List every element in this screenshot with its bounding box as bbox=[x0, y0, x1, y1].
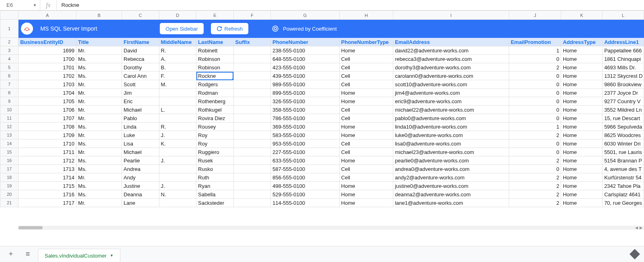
cell[interactable]: Home bbox=[561, 139, 603, 148]
cell[interactable]: Kurfürstenstr 54 bbox=[603, 173, 644, 182]
cell[interactable]: lisa0@adventure-works.com bbox=[393, 139, 509, 148]
cell[interactable]: 1714 bbox=[19, 173, 76, 182]
cell[interactable]: M. bbox=[159, 80, 196, 89]
cell[interactable]: 5966 Sepulveda bbox=[603, 123, 644, 131]
open-sidebar-button[interactable]: Open Sidebar bbox=[160, 23, 203, 34]
table-header-cell[interactable]: AddressLine1 bbox=[603, 38, 644, 46]
cell[interactable]: J. bbox=[159, 156, 196, 165]
cell[interactable]: scott10@adventure-works.com bbox=[393, 80, 509, 89]
cell[interactable]: Ms. bbox=[76, 63, 122, 72]
cell[interactable]: 0 bbox=[509, 148, 561, 156]
column-header[interactable]: L bbox=[603, 11, 644, 20]
cell[interactable]: Mr. bbox=[76, 89, 122, 97]
cell[interactable]: Ruggiero bbox=[196, 148, 233, 156]
cell[interactable] bbox=[233, 55, 270, 63]
cell[interactable]: Rusko bbox=[196, 165, 233, 173]
cell[interactable]: Eric bbox=[122, 97, 159, 106]
cell[interactable] bbox=[233, 165, 270, 173]
cell[interactable] bbox=[233, 123, 270, 131]
table-header-cell[interactable]: EmailPromotion bbox=[509, 38, 561, 46]
cell[interactable]: 70, rue Georges bbox=[603, 199, 644, 207]
table-header-cell[interactable]: LastName bbox=[196, 38, 233, 46]
cell[interactable]: 3552 Mildred Ln bbox=[603, 106, 644, 114]
cell[interactable]: 529-555-0100 bbox=[271, 190, 340, 199]
table-header-cell[interactable]: BusinessEntityID bbox=[19, 38, 76, 46]
scroll-left-icon[interactable]: ◀ bbox=[635, 226, 638, 230]
row-header[interactable]: 12 bbox=[0, 123, 19, 131]
cell[interactable]: 358-555-0100 bbox=[271, 106, 340, 114]
row-header[interactable]: 11 bbox=[0, 114, 19, 123]
table-header-cell[interactable]: EmailAddress bbox=[393, 38, 509, 46]
cell[interactable]: Home bbox=[339, 156, 393, 165]
cell[interactable]: 989-555-0100 bbox=[271, 80, 340, 89]
cell[interactable]: Ruth bbox=[196, 173, 233, 182]
cell[interactable]: 2377 Joyce Dr bbox=[603, 89, 644, 97]
cell[interactable] bbox=[233, 46, 270, 55]
cell[interactable]: 4, avenue des T bbox=[603, 165, 644, 173]
column-header[interactable]: E bbox=[196, 11, 233, 20]
cell[interactable]: K. bbox=[159, 139, 196, 148]
cell[interactable]: 1715 bbox=[19, 182, 76, 190]
cell[interactable]: 5154 Brannan P bbox=[603, 156, 644, 165]
cell[interactable]: 648-555-0100 bbox=[271, 55, 340, 63]
cell[interactable]: Ms. bbox=[76, 55, 122, 63]
cell[interactable]: Robinson bbox=[196, 63, 233, 72]
cell[interactable]: 8625 Woodcres bbox=[603, 131, 644, 139]
cell[interactable]: 0 bbox=[509, 55, 561, 63]
cell[interactable]: Home bbox=[561, 63, 603, 72]
column-header[interactable]: G bbox=[271, 11, 340, 20]
cell[interactable]: Home bbox=[561, 106, 603, 114]
row-header[interactable]: 21 bbox=[0, 199, 19, 207]
column-header[interactable]: K bbox=[561, 11, 603, 20]
cell[interactable]: 227-555-0100 bbox=[271, 148, 340, 156]
cell[interactable] bbox=[233, 182, 270, 190]
cell[interactable]: 326-555-0100 bbox=[271, 97, 340, 106]
cell[interactable]: 2 bbox=[509, 182, 561, 190]
cell[interactable]: 2342 Tahoe Pla bbox=[603, 182, 644, 190]
cell[interactable]: Home bbox=[561, 97, 603, 106]
table-header-cell[interactable]: MiddleName bbox=[159, 38, 196, 46]
cell[interactable]: N. bbox=[159, 190, 196, 199]
cell[interactable]: 2 bbox=[509, 63, 561, 72]
cell[interactable]: Home bbox=[561, 80, 603, 89]
cell[interactable]: Carol Ann bbox=[122, 72, 159, 80]
cell[interactable]: Andrea bbox=[122, 165, 159, 173]
row-header[interactable]: 3 bbox=[0, 46, 19, 55]
cell[interactable]: 2 bbox=[509, 131, 561, 139]
cell[interactable]: Roy bbox=[196, 139, 233, 148]
cell[interactable]: Home bbox=[561, 89, 603, 97]
cell[interactable]: Ryan bbox=[196, 182, 233, 190]
row-header[interactable]: 15 bbox=[0, 148, 19, 156]
cell[interactable] bbox=[233, 139, 270, 148]
cell[interactable]: 0 bbox=[509, 114, 561, 123]
cell[interactable]: Mr. bbox=[76, 148, 122, 156]
cell[interactable]: Rovira Diez bbox=[196, 114, 233, 123]
cell[interactable]: 423-555-0100 bbox=[271, 63, 340, 72]
table-header-cell[interactable]: Title bbox=[76, 38, 122, 46]
cell[interactable]: 1709 bbox=[19, 131, 76, 139]
row-header[interactable]: 2 bbox=[0, 38, 19, 46]
cell[interactable]: 1711 bbox=[19, 148, 76, 156]
cell[interactable]: 1710 bbox=[19, 139, 76, 148]
column-header[interactable]: J bbox=[509, 11, 561, 20]
row-header[interactable]: 14 bbox=[0, 139, 19, 148]
cell[interactable]: 1706 bbox=[19, 106, 76, 114]
cell[interactable]: 1713 bbox=[19, 165, 76, 173]
table-header-cell[interactable]: PhoneNumberType bbox=[339, 38, 393, 46]
cell[interactable]: 953-555-0100 bbox=[271, 139, 340, 148]
cell[interactable]: eric9@adventure-works.com bbox=[393, 97, 509, 106]
table-header-cell[interactable]: AddressType bbox=[561, 38, 603, 46]
cell[interactable]: Rebecca bbox=[122, 55, 159, 63]
cell[interactable]: Michael bbox=[122, 106, 159, 114]
cell[interactable]: 498-555-0100 bbox=[271, 182, 340, 190]
cell[interactable]: Rothkugel bbox=[196, 106, 233, 114]
cell[interactable]: R. bbox=[159, 46, 196, 55]
cell[interactable]: Ms. bbox=[76, 139, 122, 148]
cell[interactable]: 1699 bbox=[19, 46, 76, 55]
cell[interactable]: 1312 Skycrest D bbox=[603, 72, 644, 80]
column-header[interactable]: F bbox=[233, 11, 270, 20]
cell[interactable]: 1704 bbox=[19, 89, 76, 97]
row-header[interactable]: 9 bbox=[0, 97, 19, 106]
cell[interactable] bbox=[233, 72, 270, 80]
table-header-cell[interactable]: PhoneNumber bbox=[271, 38, 340, 46]
